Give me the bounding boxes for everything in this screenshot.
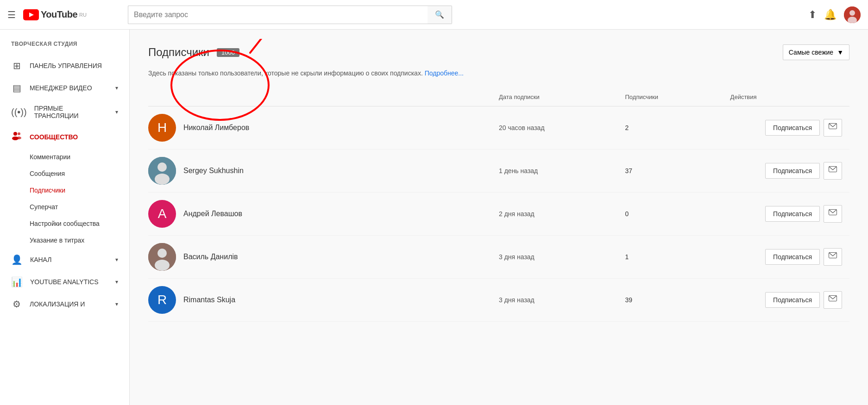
upload-icon[interactable]: ⬆ — [808, 9, 817, 21]
message-icon — [829, 123, 837, 131]
table-row: Василь Данилів 3 дня назад 1 Подписаться — [148, 236, 849, 279]
notification-icon[interactable]: 🔔 — [824, 9, 837, 21]
analytics-icon: 📊 — [11, 276, 23, 287]
subscribe-date: 3 дня назад — [499, 279, 625, 322]
svg-point-17 — [157, 249, 167, 258]
avatar[interactable] — [844, 6, 861, 23]
header: ☰ YouTubeRU 🔍 ⬆ 🔔 — [0, 0, 868, 30]
sidebar-item-analytics[interactable]: 📊 YOUTUBE ANALYTICS ▾ — [0, 271, 129, 293]
sidebar-label-channel: КАНАЛ — [30, 256, 108, 263]
sidebar-subitem-subscribers[interactable]: Подписчики — [30, 182, 129, 199]
header-left: ☰ YouTubeRU — [7, 9, 128, 20]
message-button[interactable] — [824, 162, 842, 180]
logo[interactable]: YouTubeRU — [23, 9, 87, 20]
sidebar-item-live[interactable]: ((•)) ПРЯМЫЕ ТРАНСЛЯЦИИ ▾ — [0, 99, 129, 125]
sort-dropdown[interactable]: Самые свежие ▼ — [783, 44, 849, 60]
subscriber-count: 39 — [625, 279, 730, 322]
sidebar-label-analytics: YOUTUBE ANALYTICS — [30, 278, 108, 286]
community-subitems: Комментарии Сообщения Подписчики Суперча… — [0, 149, 129, 249]
actions-cell: Подписаться — [730, 106, 849, 150]
user-cell: Sergey Sukhushin — [148, 157, 491, 185]
user-avatar: Н — [148, 114, 176, 142]
subscribe-date: 3 дня назад — [499, 236, 625, 279]
video-manager-icon: ▤ — [11, 82, 22, 93]
header-right: ⬆ 🔔 — [808, 6, 861, 23]
search-input[interactable] — [128, 6, 428, 24]
sidebar: ТВОРЧЕСКАЯ СТУДИЯ ⊞ ПАНЕЛЬ УПРАВЛЕНИЯ ▤ … — [0, 30, 130, 405]
actions-cell: Подписаться — [730, 150, 849, 193]
sidebar-item-community[interactable]: СООБЩЕСТВО — [0, 125, 129, 149]
table-row: Н Николай Лимберов 20 часов назад 2 Подп… — [148, 106, 849, 150]
table-row: А Андрей Левашов 2 дня назад 0 Подписать… — [148, 193, 849, 236]
subscriber-count: 2 — [625, 106, 730, 150]
sidebar-item-video-manager[interactable]: ▤ МЕНЕДЖЕР ВИДЕО ▾ — [0, 77, 129, 99]
sort-label: Самые свежие — [789, 49, 833, 56]
col-header-date: Дата подписки — [499, 88, 625, 106]
actions-group: Подписаться — [730, 205, 842, 223]
message-icon — [829, 166, 837, 174]
search-icon: 🔍 — [435, 11, 444, 19]
message-button[interactable] — [824, 205, 842, 223]
subscribe-date: 2 дня назад — [499, 193, 625, 236]
page-title: Подписчики — [148, 46, 209, 59]
sidebar-label-live: ПРЯМЫЕ ТРАНСЛЯЦИИ — [34, 105, 108, 119]
sidebar-subitem-messages[interactable]: Сообщения — [30, 165, 129, 182]
sidebar-studio-title: ТВОРЧЕСКАЯ СТУДИЯ — [0, 37, 129, 55]
subscribe-date: 20 часов назад — [499, 106, 625, 150]
message-button[interactable] — [824, 291, 842, 309]
info-link[interactable]: Подробнее... — [425, 69, 464, 77]
sidebar-item-localization[interactable]: ⚙ ЛОКАЛИЗАЦИЯ И ▾ — [0, 293, 129, 315]
live-arrow: ▾ — [115, 109, 118, 115]
subscribe-button[interactable]: Подписаться — [765, 292, 820, 308]
localization-icon: ⚙ — [11, 299, 22, 310]
user-avatar — [148, 243, 176, 271]
sidebar-item-dashboard[interactable]: ⊞ ПАНЕЛЬ УПРАВЛЕНИЯ — [0, 55, 129, 77]
svg-point-12 — [157, 162, 167, 172]
sidebar-subitem-superchat[interactable]: Суперчат — [30, 199, 129, 215]
subscribe-button[interactable]: Подписаться — [765, 249, 820, 265]
sidebar-label-video-manager: МЕНЕДЖЕР ВИДЕО — [30, 84, 108, 92]
user-cell: А Андрей Левашов — [148, 200, 491, 228]
subscribe-button[interactable]: Подписаться — [765, 206, 820, 222]
table-row: Sergey Sukhushin 1 день назад 37 Подписа… — [148, 150, 849, 193]
subscribe-button[interactable]: Подписаться — [765, 163, 820, 179]
subscriber-count: 0 — [625, 193, 730, 236]
sidebar-label-dashboard: ПАНЕЛЬ УПРАВЛЕНИЯ — [30, 62, 118, 69]
user-name: Sergey Sukhushin — [183, 167, 244, 175]
actions-cell: Подписаться — [730, 236, 849, 279]
message-button[interactable] — [824, 248, 842, 266]
video-manager-arrow: ▾ — [115, 85, 118, 91]
sort-arrow-icon: ▼ — [837, 49, 843, 56]
col-header-subscribers: Подписчики — [625, 88, 730, 106]
svg-point-8 — [17, 137, 21, 139]
message-button[interactable] — [824, 119, 842, 137]
user-name: Андрей Левашов — [183, 210, 242, 218]
sidebar-subitem-community-settings[interactable]: Настройки сообщества — [30, 215, 129, 232]
sidebar-subitem-comments[interactable]: Комментарии — [30, 149, 129, 165]
search-button[interactable]: 🔍 — [428, 6, 452, 24]
user-name: Василь Данилів — [183, 253, 238, 261]
svg-point-18 — [155, 260, 170, 271]
subscribers-tbody: Н Николай Лимберов 20 часов назад 2 Подп… — [148, 106, 849, 322]
message-icon — [829, 295, 837, 303]
sidebar-subitem-credits[interactable]: Указание в титрах — [30, 232, 129, 249]
sidebar-item-channel[interactable]: 👤 КАНАЛ ▾ — [0, 249, 129, 271]
subscribe-button[interactable]: Подписаться — [765, 120, 820, 136]
info-text-content: Здесь показаны только пользователи, кото… — [148, 69, 423, 77]
subscriber-count: 1 — [625, 236, 730, 279]
svg-point-3 — [849, 10, 855, 16]
layout: ТВОРЧЕСКАЯ СТУДИЯ ⊞ ПАНЕЛЬ УПРАВЛЕНИЯ ▤ … — [0, 30, 868, 405]
logo-text: YouTube — [41, 9, 77, 20]
message-icon — [829, 209, 837, 217]
actions-cell: Подписаться — [730, 279, 849, 322]
actions-group: Подписаться — [730, 291, 842, 309]
svg-point-5 — [13, 132, 17, 136]
message-icon — [829, 252, 837, 260]
logo-country: RU — [79, 12, 87, 18]
user-avatar: R — [148, 286, 176, 314]
subscribers-table: Дата подписки Подписчики Действия Н Нико… — [148, 88, 849, 322]
page-header: Подписчики 1000 Самые свежие ▼ — [148, 44, 849, 60]
user-avatar: А — [148, 200, 176, 228]
channel-icon: 👤 — [11, 254, 23, 265]
menu-icon[interactable]: ☰ — [7, 9, 16, 20]
